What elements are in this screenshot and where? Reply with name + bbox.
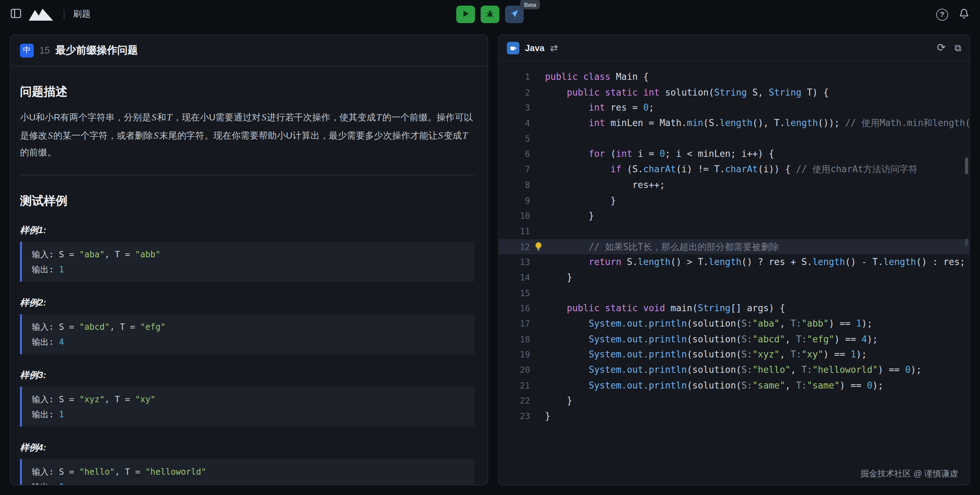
token: 4 [862,334,867,344]
token: 的前缀。 [20,148,56,158]
sample: 样例2:输入: S = "abcd", T = "efg"输出: 4 [20,297,474,354]
code-line[interactable]: 7 if (S.charAt(i) != T.charAt(i)) { // 使… [499,162,969,177]
code-line[interactable]: 4 int minLen = Math.min(S.length(), T.le… [499,116,969,131]
token: String [769,87,807,97]
code-text: } [545,192,616,208]
code-line[interactable]: 18 System.out.println(solution(S:"abcd",… [499,332,969,347]
token [545,257,589,267]
reset-code-button[interactable]: ⟳ [937,42,946,53]
scrollbar-thumb[interactable] [965,157,968,175]
token: } [545,211,594,221]
token: System.out.println [589,365,687,375]
token: (solution( [687,349,741,360]
token: ) == [878,365,905,375]
code-line[interactable]: 23} [499,409,969,424]
token: 小U和小R有两个字符串，分别是 [20,113,151,122]
token: S. [627,257,638,267]
token [545,365,589,375]
line-number: 20 [499,362,530,378]
topbar: 刷题 Beta [0,0,980,29]
token: 变成 [444,130,461,140]
code-text: public static int solution(String S, Str… [545,85,829,100]
line-number: 22 [499,393,530,409]
play-icon [462,10,469,19]
code-line[interactable]: 22 } [499,393,969,409]
code-line[interactable]: 19 System.out.println(solution(S:"xyz", … [499,347,969,362]
paper-plane-icon [510,9,519,20]
token [545,103,589,113]
token: 0 [867,380,872,390]
help-icon: ? [936,8,948,20]
code-line[interactable]: 3 int res = 0; [499,100,969,116]
code-line[interactable]: 11 [499,224,969,239]
token [545,380,589,390]
code-line[interactable]: 10 } [499,208,969,224]
token: return [589,257,627,267]
sample-line: 输入: S = "xyz", T = "xy" [32,392,465,407]
token: ); [872,380,883,390]
math-symbol: S [153,130,159,140]
code-line[interactable]: 17 System.out.println(solution(S:"aba", … [499,316,969,332]
line-number: 23 [499,409,530,424]
token: i = [638,149,660,159]
line-number: 9 [499,192,530,208]
code-text: int minLen = Math.min(S.length(), T.leng… [545,116,969,131]
math-symbol: T [166,112,173,122]
code-line[interactable]: 14 } [499,270,969,285]
token: "xy" [801,349,823,360]
code-line[interactable]: 8 res++; [499,177,969,192]
token: ) == [829,319,856,329]
code-line[interactable]: 13 return S.length() > T.length() ? res … [499,254,969,270]
topbar-right: ? [936,8,969,21]
token [545,303,567,313]
token: } [545,411,550,421]
code-line[interactable]: 2 public static int solution(String S, S… [499,85,969,100]
lightbulb-icon[interactable] [534,241,543,251]
sample-line: 输出: 0 [32,479,465,485]
token: ) == [823,349,851,360]
code-line[interactable]: 5 [499,131,969,146]
line-number: 18 [499,332,530,347]
token: (), T. [752,118,785,128]
token: 的某一个字符，或者删除 [53,130,153,140]
code-line[interactable]: 1public class Main { [499,69,969,85]
run-button[interactable] [457,6,475,23]
token: // 使用charAt方法访问字符 [796,165,918,175]
code-text: for (int i = 0; i < minLen; i++) { [545,146,774,162]
token: static [605,303,643,313]
sample-label: 样例4: [20,442,474,454]
math-symbol: S [438,130,444,140]
token: (solution( [687,365,741,375]
token: 1 [59,409,64,419]
token: 末尾的字符。现在你需要帮助小U计算出，最少需要多少次操作才能让 [159,130,438,140]
code-line[interactable]: 12 // 如果S比T长，那么超出的部分都需要被删除 [499,239,969,254]
debug-button[interactable] [480,6,500,23]
help-button[interactable]: ? [936,8,948,20]
token: ); [862,319,872,329]
token: 输入: S = [32,466,79,477]
code-text: if (S.charAt(i) != T.charAt(i)) { // 使用c… [545,162,918,177]
code-lines: 1public class Main {2 public static int … [499,69,969,424]
layout-toggle-button[interactable]: ⧉ [955,43,961,52]
code-line[interactable]: 6 for (int i = 0; i < minLen; i++) { [499,146,969,162]
token: , T = [115,466,145,477]
app: 刷题 Beta [0,0,980,495]
line-number: 10 [499,208,530,224]
sidebar-toggle-button[interactable] [11,9,21,20]
notifications-button[interactable] [959,8,969,21]
sample-line: 输出: 4 [32,334,465,349]
sample: 样例1:输入: S = "aba", T = "abb"输出: 1 [20,224,474,282]
code-line[interactable]: 16 public static void main(String[] args… [499,301,969,316]
token: [] args) { [730,303,785,313]
code-line[interactable]: 20 System.out.println(solution(S:"hello"… [499,362,969,378]
token: T: [796,334,807,344]
language-switch-button[interactable]: ⇄ [550,43,558,52]
token [545,149,589,159]
token: "hello" [752,365,791,375]
code-line[interactable]: 21 System.out.println(solution(S:"same",… [499,378,969,393]
code-line[interactable]: 15 [499,285,969,301]
code-text: res++; [545,177,665,192]
token: "xyz" [752,349,780,360]
code-line[interactable]: 9 } [499,192,969,208]
code-editor[interactable]: 1public class Main {2 public static int … [499,61,969,424]
